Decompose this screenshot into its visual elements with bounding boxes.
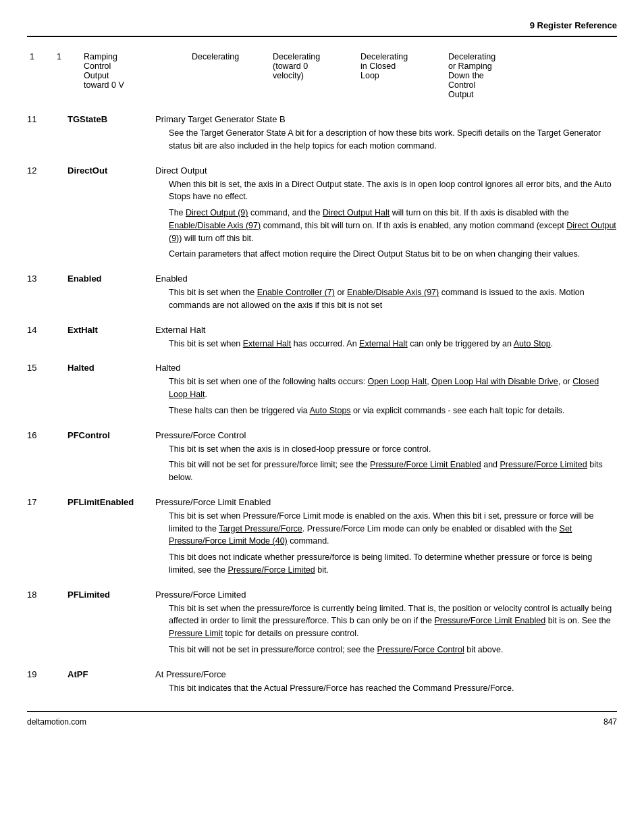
entry-content: Pressure/Force Limit EnabledThis bit is … xyxy=(155,497,617,580)
list-item: 14ExtHaltExternal HaltThis bit is set wh… xyxy=(27,325,617,354)
entry-content: EnabledThis bit is set when the Enable C… xyxy=(155,273,617,315)
entry-number: 16 xyxy=(27,430,68,488)
col7-line3: Down the xyxy=(448,71,484,80)
list-item: 15HaltedHaltedThis bit is set when one o… xyxy=(27,363,617,420)
entry-name: TGStateB xyxy=(68,114,155,156)
entry-number: 12 xyxy=(27,165,68,265)
entry-content: HaltedThis bit is set when one of the fo… xyxy=(155,363,617,420)
entry-paragraph: This bit is set when the axis is in clos… xyxy=(169,443,617,456)
footer-left: deltamotion.com xyxy=(27,717,86,727)
entry-name: DirectOut xyxy=(68,165,155,265)
page-header: 9 Register Reference xyxy=(27,20,617,37)
entry-paragraph: This bit is set when the Enable Controll… xyxy=(169,286,617,312)
col6-line3: Loop xyxy=(360,71,379,80)
entry-name: Halted xyxy=(68,363,155,420)
col3-line2: Control xyxy=(84,61,111,71)
col1-header: 1 xyxy=(27,51,54,101)
col7-line1: Decelerating xyxy=(448,52,495,61)
col5-line3: velocity) xyxy=(273,71,304,80)
entry-title: Pressure/Force Limit Enabled xyxy=(155,497,617,507)
entry-name: PFControl xyxy=(68,430,155,488)
entry-content: Direct OutputWhen this bit is set, the a… xyxy=(155,165,617,265)
entry-paragraph: Certain parameters that affect motion re… xyxy=(169,248,617,261)
table-header-row: 1 1 Ramping Control Output toward 0 V De… xyxy=(27,51,617,101)
entry-name: AtPF xyxy=(68,669,155,698)
entry-paragraph: This bit is set when the pressure/force … xyxy=(169,602,617,640)
col7-line4: Control xyxy=(448,80,475,90)
col3-line4: toward 0 V xyxy=(84,80,124,90)
entry-paragraph: This bit is set when Pressure/Force Limi… xyxy=(169,510,617,548)
list-item: 13EnabledEnabledThis bit is set when the… xyxy=(27,273,617,315)
col6-line1: Decelerating xyxy=(360,52,408,61)
entry-paragraph: This bit is set when External Halt has o… xyxy=(169,338,617,350)
entry-name: ExtHalt xyxy=(68,325,155,354)
entry-number: 15 xyxy=(27,363,68,420)
entry-paragraph: When this bit is set, the axis in a Dire… xyxy=(169,178,617,204)
entry-title: Primary Target Generator State B xyxy=(155,114,617,124)
list-item: 16PFControlPressure/Force ControlThis bi… xyxy=(27,430,617,488)
entry-name: Enabled xyxy=(68,273,155,315)
col5-line1: Decelerating xyxy=(273,52,320,61)
col7-line5: Output xyxy=(448,90,474,99)
entry-title: Pressure/Force Control xyxy=(155,430,617,440)
entry-content: Pressure/Force ControlThis bit is set wh… xyxy=(155,430,617,488)
entry-number: 17 xyxy=(27,497,68,580)
entry-content: External HaltThis bit is set when Extern… xyxy=(155,325,617,354)
entry-number: 19 xyxy=(27,669,68,698)
col3-header: Ramping Control Output toward 0 V xyxy=(81,51,189,101)
entry-name: PFLimitEnabled xyxy=(68,497,155,580)
entry-number: 18 xyxy=(27,590,68,660)
entry-number: 13 xyxy=(27,273,68,315)
list-item: 18PFLimitedPressure/Force LimitedThis bi… xyxy=(27,590,617,660)
col3-line3: Output xyxy=(84,71,109,80)
entry-paragraph: This bit will not be set for pressure/fo… xyxy=(169,459,617,484)
page-footer: deltamotion.com 847 xyxy=(27,711,617,727)
entry-name: PFLimited xyxy=(68,590,155,660)
col7-line2: or Ramping xyxy=(448,61,492,71)
col3-line1: Ramping xyxy=(84,52,117,61)
entry-paragraph: These halts can then be triggered via Au… xyxy=(169,405,617,417)
entry-title: Enabled xyxy=(155,273,617,284)
entry-paragraph: This bit does not indicate whether press… xyxy=(169,551,617,577)
col7-header: Decelerating or Ramping Down the Control… xyxy=(446,51,617,101)
list-item: 11TGStateBPrimary Target Generator State… xyxy=(27,114,617,156)
entry-title: Halted xyxy=(155,363,617,373)
entry-paragraph: See the Target Generator State A bit for… xyxy=(169,127,617,153)
list-item: 17PFLimitEnabledPressure/Force Limit Ena… xyxy=(27,497,617,580)
entry-content: Pressure/Force LimitedThis bit is set wh… xyxy=(155,590,617,660)
entry-paragraph: This bit indicates that the Actual Press… xyxy=(169,682,617,695)
col2-header: 1 xyxy=(54,51,81,101)
chapter-title: 9 Register Reference xyxy=(530,20,617,30)
entry-title: At Pressure/Force xyxy=(155,669,617,679)
col6-header: Decelerating in Closed Loop xyxy=(358,51,446,101)
entry-paragraph: The Direct Output (9) command, and the D… xyxy=(169,207,617,244)
col5-line2: (toward 0 xyxy=(273,61,308,71)
footer-right: 847 xyxy=(603,717,617,727)
entry-paragraph: This bit will not be set in pressure/for… xyxy=(169,644,617,656)
list-item: 19AtPFAt Pressure/ForceThis bit indicate… xyxy=(27,669,617,698)
entry-number: 14 xyxy=(27,325,68,354)
col4-header: Decelerating xyxy=(189,51,270,101)
entry-title: Direct Output xyxy=(155,165,617,176)
col6-line2: in Closed xyxy=(360,61,396,71)
entry-title: External Halt xyxy=(155,325,617,335)
col5-header: Decelerating (toward 0 velocity) xyxy=(270,51,358,101)
entry-title: Pressure/Force Limited xyxy=(155,590,617,600)
entries-container: 11TGStateBPrimary Target Generator State… xyxy=(27,114,617,698)
list-item: 12DirectOutDirect OutputWhen this bit is… xyxy=(27,165,617,265)
entry-paragraph: This bit is set when one of the followin… xyxy=(169,375,617,401)
entry-number: 11 xyxy=(27,114,68,156)
entry-content: Primary Target Generator State BSee the … xyxy=(155,114,617,156)
entry-content: At Pressure/ForceThis bit indicates that… xyxy=(155,669,617,698)
